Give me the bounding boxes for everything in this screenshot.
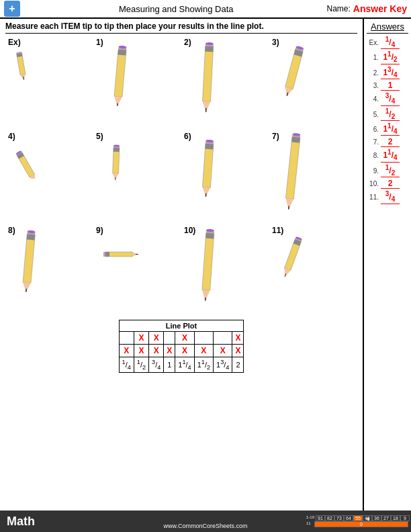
answer-4-num: 4. [367,95,379,103]
stat-73: 73 [334,515,344,521]
problem-2: 2) [181,38,269,125]
svg-rect-35 [202,144,214,188]
answer-3: 3. 1 [367,81,408,91]
pencil-3 [279,44,306,108]
x-mark: X [138,333,144,343]
answer-5-num: 5. [367,111,379,118]
problem-7: 7) [269,132,357,219]
x-mark: X [201,346,206,355]
problem-8-label: 8) [8,226,15,235]
answer-1-num: 1. [367,54,379,61]
svg-rect-60 [205,233,214,239]
problem-9-label: 9) [96,226,103,235]
answers-sidebar: Answers Ex. 1/4 1. 11/2 2. 13/4 3. 1 4. … [363,19,411,532]
problem-1: 1) [93,38,181,125]
stat-0: 0 [314,521,408,527]
pencil-8 [15,229,42,306]
line-plot-table: Line Plot X X X X X X X X X [119,320,244,373]
pencil-5 [107,144,127,187]
answer-5: 5. 1/2 [367,107,408,121]
line-plot-row-upper-x: X X X X [119,332,244,345]
x-mark: X [235,333,240,343]
stat-9: 9 [400,515,410,521]
problem-5-label: 5) [96,132,103,141]
answer-3-val: 1 [381,81,400,91]
stat-91: 91 [316,515,325,521]
problem-ex-label: Ex) [8,38,21,47]
svg-rect-47 [23,234,35,283]
x-mark: X [154,333,159,343]
line-plot-title: Line Plot [119,320,244,332]
svg-rect-13 [205,46,213,52]
pencil-9 [100,246,144,266]
problem-ex: Ex) [5,38,93,125]
problem-6: 6) [181,132,269,219]
footer-url: www.CommonCoreSheets.com [163,523,247,529]
answer-ex-val: 1/4 [381,36,400,49]
problem-row-3: 8) 9) [5,226,357,313]
answer-6: 6. 11/4 [367,122,408,136]
svg-rect-58 [202,233,214,291]
x-mark: X [138,346,144,355]
footer-stats-11-row: 11 0 [306,521,410,527]
pencil-2 [195,41,222,122]
answer-3-num: 3. [367,82,379,89]
footer-math-label: Math [7,515,35,529]
answer-8-num: 8. [367,152,379,159]
answer-7: 7. 2 [367,137,408,147]
line-plot-labels-row: 1/4 1/2 3/4 1 11/4 11/2 13/4 2 [119,357,244,373]
footer-stats-range: 1-10 [306,515,314,521]
answer-11-val: 3/4 [381,190,400,204]
svg-rect-43 [291,137,300,143]
pencil-ex [12,50,32,83]
problem-7-label: 7) [272,132,279,141]
x-mark: X [220,346,226,355]
answer-10-num: 10. [367,180,379,187]
problem-2-label: 2) [184,38,191,47]
footer-stats-label-row: 1-10 91 82 73 64 55 45 36 27 18 9 [306,515,410,521]
stat-27: 27 [381,515,391,521]
answer-2: 2. 13/4 [367,66,408,79]
x-mark: X [124,346,129,355]
answer-6-val: 11/4 [381,122,400,136]
answer-1-val: 11/2 [381,50,400,64]
svg-rect-7 [118,50,126,56]
problem-10: 10) [181,226,269,313]
answers-title: Answers [367,21,408,34]
answer-ex: Ex. 1/4 [367,36,408,49]
stat-64: 64 [344,515,353,521]
stat-45: 45 [363,515,372,521]
problem-6-label: 6) [184,132,191,141]
pencil-4 [9,145,56,179]
answer-10-val: 2 [381,179,400,189]
pencil-6 [195,138,222,206]
stat-18: 18 [391,515,400,521]
stat-55: 55 [353,515,363,521]
problem-8: 8) [5,226,93,313]
problem-10-label: 10) [184,226,195,235]
line-plot-section: Line Plot X X X X X X X X X [5,320,357,373]
problem-11-label: 11) [272,226,283,235]
name-label: Name: [327,4,351,13]
problem-1-label: 1) [96,38,103,47]
svg-rect-11 [202,46,213,102]
x-mark: X [182,346,187,355]
logo-icon: + [4,1,20,17]
pencil-7 [279,132,306,219]
svg-rect-56 [103,252,105,257]
problem-9: 9) [93,226,181,313]
svg-rect-55 [105,252,109,257]
answer-2-val: 13/4 [381,66,400,79]
header: + Measuring and Showing Data Name: Answe… [0,0,411,19]
answer-7-val: 2 [381,137,400,147]
footer: Math www.CommonCoreSheets.com 1 1-10 91 … [0,511,411,532]
answer-8-val: 11/4 [381,148,400,162]
svg-rect-49 [27,234,36,240]
answer-8: 8. 11/4 [367,148,408,162]
problem-4-label: 4) [8,132,15,141]
main-wrapper: Measure each ITEM tip to tip then place … [0,19,411,532]
pencil-10 [195,228,222,312]
x-mark: X [182,333,187,343]
answer-9-num: 9. [367,167,379,175]
answer-key-label: Answer Key [353,3,407,14]
